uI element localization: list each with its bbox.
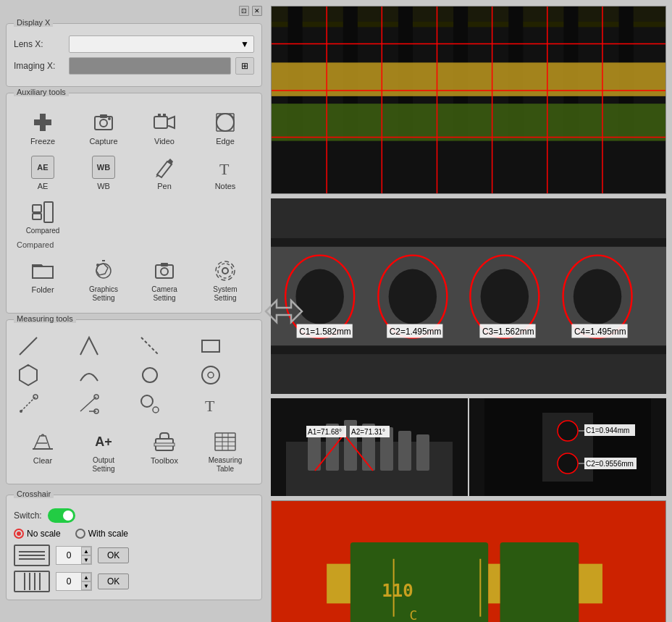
svg-point-24 [161,268,168,275]
h-spin-up[interactable]: ▲ [81,547,91,555]
video-icon [151,109,177,135]
svg-text:C2=0.9556mm: C2=0.9556mm [586,460,634,468]
restore-button[interactable]: ⊡ [239,6,249,16]
with-scale-dot [75,529,85,539]
with-scale-radio[interactable]: With scale [75,529,128,539]
edge-label: Edge [216,137,235,146]
capture-icon [91,109,117,135]
tool-compare[interactable]: Compared [14,196,72,238]
svg-rect-107 [416,434,429,471]
graphics-label: GraphicsSetting [89,285,118,303]
pen-label: Pen [157,182,172,190]
no-scale-radio[interactable]: No scale [14,529,61,539]
h-ok-button[interactable]: OK [98,547,129,563]
svg-point-35 [208,372,214,378]
left-panel: ⊡ ✕ Display X Lens X: ▼ Imaging X: ⊞ Aux… [0,0,268,622]
tool-edge[interactable]: Edge [196,106,254,148]
meas-circle-dot[interactable] [135,391,164,417]
svg-marker-7 [167,117,175,128]
switch-label: Switch: [14,510,42,521]
meas-dot-line[interactable] [14,391,43,417]
compared-label: Compared [17,240,254,249]
angle-image: A1=71.68° A2=71.31° [271,398,468,496]
clear-icon [30,429,56,455]
v-spin-up[interactable]: ▲ [81,573,91,581]
crosshair-toggle[interactable] [48,508,75,523]
ae-label: AE [38,182,49,190]
svg-rect-19 [33,214,41,219]
svg-rect-31 [202,340,219,352]
meas-angle[interactable] [75,333,104,359]
toolbox-icon [151,429,177,455]
freeze-icon [30,109,56,135]
lens-select[interactable]: ▼ [69,35,254,53]
tool-video[interactable]: Video [135,106,193,148]
graphics-icon [91,258,117,284]
lens-label: Lens X: [14,39,64,49]
tool-freeze[interactable]: Freeze [14,106,72,148]
bottom-image-svg: 110 C 3 [272,501,665,622]
svg-text:C3=1.562mm: C3=1.562mm [482,327,534,337]
meas-angle-dot[interactable] [75,391,104,417]
meas-circle-sm[interactable] [135,362,164,388]
tool-pen[interactable]: Pen [135,151,193,193]
meas-rect[interactable] [196,333,225,359]
tool-folder[interactable]: Folder [14,255,72,306]
tool-wb[interactable]: WB WB [75,151,133,193]
svg-rect-56 [272,7,665,22]
svg-point-5 [108,117,111,120]
svg-point-3 [100,119,107,127]
svg-text:T: T [205,397,215,415]
imaging-btn[interactable]: ⊞ [235,57,254,75]
notes-icon: T [212,154,238,180]
tool-camera-setting[interactable]: CameraSetting [135,255,193,306]
auxiliary-title: Auxiliary tools [14,88,69,96]
tool-clear[interactable]: Clear [14,426,72,476]
svg-point-44 [153,407,159,413]
imaging-input[interactable] [69,57,231,75]
right-panel: C1=1.582mm C2=1.495mm C3=1.562mm [268,0,672,622]
clear-label: Clear [33,456,52,465]
svg-point-43 [141,395,153,407]
svg-point-33 [143,368,157,382]
tool-graphics[interactable]: GraphicsSetting [75,255,133,306]
meas-hex[interactable] [14,362,43,388]
display-title: Display X [14,18,53,27]
tool-ae[interactable]: AE AE [14,151,72,193]
tool-measuring-table[interactable]: MeasuringTable [196,426,254,476]
tool-notes[interactable]: T Notes [196,151,254,193]
svg-point-26 [222,268,228,274]
output-icon: A+ [91,429,117,455]
auxiliary-section: Auxiliary tools Freeze Capture Video [6,93,262,314]
svg-rect-106 [398,431,411,471]
tool-toolbox[interactable]: Toolbox [135,426,193,476]
svg-rect-23 [156,265,173,278]
meas-text[interactable]: T [196,391,225,417]
meas-arc[interactable] [75,362,104,388]
tool-capture[interactable]: Capture [75,106,133,148]
measuring-title: Measuring tools [14,314,76,323]
folder-icon [30,258,56,284]
display-section: Display X Lens X: ▼ Imaging X: ⊞ [6,23,262,87]
toolbox-label: Toolbox [151,456,178,465]
tool-system[interactable]: SystemSetting [196,255,254,306]
v-spin-down[interactable]: ▼ [81,581,91,590]
meas-dash[interactable] [135,333,164,359]
system-label: SystemSetting [213,285,237,303]
close-button[interactable]: ✕ [252,6,262,16]
svg-point-28 [216,261,235,280]
svg-text:C1=0.944mm: C1=0.944mm [586,426,629,434]
wb-icon: WB [91,154,117,180]
mid-images: C1=1.582mm C2=1.495mm C3=1.562mm [271,198,666,394]
meas-circle-lg[interactable] [196,362,225,388]
capture-label: Capture [89,137,117,146]
compare-label: Compared [26,227,60,235]
svg-rect-9 [163,114,166,117]
tool-output[interactable]: A+ OutputSetting [75,426,133,476]
svg-text:C2=1.495mm: C2=1.495mm [390,327,442,337]
v-ok-button[interactable]: OK [98,573,129,589]
meas-line[interactable] [14,333,43,359]
pen-icon [151,154,177,180]
h-spin-down[interactable]: ▼ [81,555,91,564]
svg-rect-65 [272,62,665,96]
